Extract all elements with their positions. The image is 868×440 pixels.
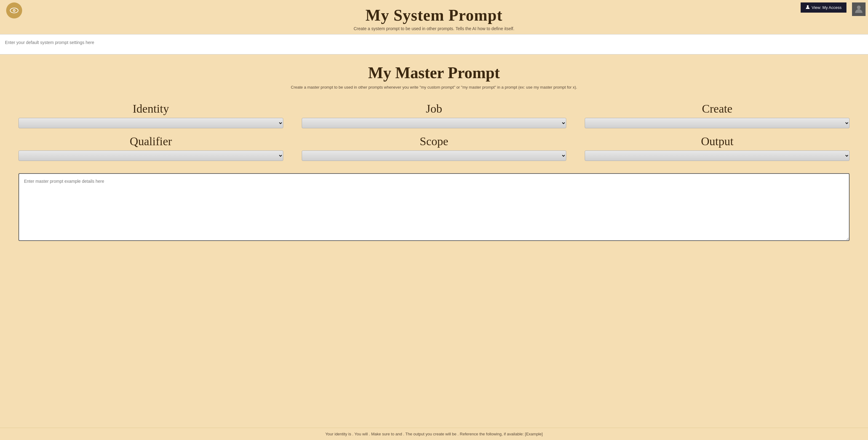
identity-group: Identity xyxy=(19,102,283,128)
svg-point-4 xyxy=(857,5,861,9)
qualifier-group: Qualifier xyxy=(19,135,283,161)
create-select[interactable] xyxy=(585,118,849,128)
svg-point-3 xyxy=(807,5,809,7)
dropdown-grid: Identity Job Create Qualifier xyxy=(19,102,849,161)
create-label: Create xyxy=(702,102,732,115)
scope-label: Scope xyxy=(420,135,448,148)
output-group: Output xyxy=(585,135,849,161)
identity-label: Identity xyxy=(132,102,169,115)
page-title: My System Prompt xyxy=(6,6,862,24)
qualifier-label: Qualifier xyxy=(130,135,172,148)
main-content: My Master Prompt Create a master prompt … xyxy=(0,55,868,261)
scope-group: Scope xyxy=(302,135,566,161)
job-select[interactable] xyxy=(302,118,566,128)
logo-icon xyxy=(6,2,22,19)
output-label: Output xyxy=(701,135,734,148)
output-select[interactable] xyxy=(585,150,849,161)
identity-select[interactable] xyxy=(19,118,283,128)
page-header: My System Prompt Create a system prompt … xyxy=(0,0,868,34)
job-label: Job xyxy=(426,102,442,115)
qualifier-select[interactable] xyxy=(19,150,283,161)
svg-point-2 xyxy=(13,10,15,11)
page-subtitle: Create a system prompt to be used in oth… xyxy=(6,26,862,31)
master-prompt-title: My Master Prompt xyxy=(19,64,849,82)
status-text: Your identity is . You will . Make sure … xyxy=(326,432,543,436)
job-group: Job xyxy=(302,102,566,128)
person-icon xyxy=(806,5,810,10)
master-prompt-textarea[interactable] xyxy=(19,173,849,241)
system-prompt-input[interactable] xyxy=(0,34,868,53)
status-bar: Your identity is . You will . Make sure … xyxy=(0,428,868,440)
create-group: Create xyxy=(585,102,849,128)
scope-select[interactable] xyxy=(302,150,566,161)
user-avatar xyxy=(852,2,866,16)
master-prompt-textarea-wrapper xyxy=(19,173,849,242)
master-prompt-subtitle: Create a master prompt to be used in oth… xyxy=(19,85,849,90)
system-prompt-container xyxy=(0,34,868,55)
view-access-label: View: My Access xyxy=(812,5,841,10)
view-access-button[interactable]: View: My Access xyxy=(801,2,846,12)
